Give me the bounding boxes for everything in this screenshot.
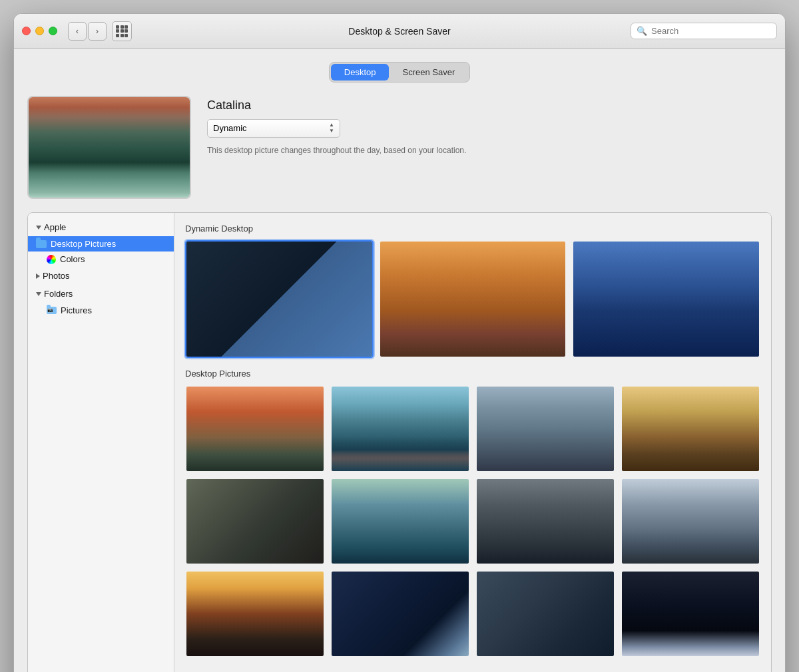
forward-button[interactable]: › — [88, 22, 107, 41]
mode-dropdown[interactable]: Dynamic ▲ ▼ — [207, 119, 340, 138]
dynamic-wallpaper-grid — [185, 240, 760, 358]
wallpaper-thumb-11[interactable] — [475, 570, 615, 657]
window-title: Desktop & Screen Saver — [348, 26, 450, 37]
wallpaper-thumb-catalina-dynamic[interactable] — [185, 240, 374, 358]
wallpaper-thumb-5[interactable] — [185, 478, 325, 565]
traffic-lights — [22, 27, 57, 35]
wallpaper-thumb-8[interactable] — [621, 478, 760, 565]
mode-stepper: ▲ ▼ — [329, 122, 334, 134]
wallpaper-thumb-3[interactable] — [475, 385, 615, 472]
folder-icon — [36, 240, 47, 248]
sidebar-section-photos[interactable]: Photos — [28, 267, 174, 285]
desktop-wallpaper-grid — [185, 385, 760, 658]
sidebar-section-folders[interactable]: Folders — [28, 285, 174, 303]
main-window: ‹ › Desktop & Screen Saver 🔍 Desktop Scr… — [13, 13, 786, 672]
wallpaper-thumb-6[interactable] — [330, 478, 470, 565]
search-input[interactable] — [651, 26, 771, 36]
tab-row: Desktop Screen Saver — [27, 62, 772, 83]
back-icon: ‹ — [76, 26, 79, 36]
photos-expand-icon — [36, 273, 40, 279]
search-bar: 🔍 — [631, 23, 777, 39]
sidebar-section-apple[interactable]: Apple — [28, 218, 174, 236]
wallpaper-thumb-2[interactable] — [330, 385, 470, 472]
titlebar: ‹ › Desktop & Screen Saver 🔍 — [14, 14, 785, 49]
bottom-section: Apple Desktop Pictures Colors Photos — [27, 212, 772, 672]
pictures-folder-icon: 📷 — [47, 307, 57, 314]
search-icon: 🔍 — [637, 26, 647, 36]
maximize-button[interactable] — [49, 27, 57, 35]
nav-buttons: ‹ › — [68, 22, 107, 41]
pictures-label: Pictures — [61, 305, 92, 315]
main-content: Desktop Screen Saver Catalina Dynamic ▲ … — [14, 49, 785, 672]
folders-expand-icon — [36, 292, 41, 296]
sidebar-apple-label: Apple — [44, 222, 66, 232]
top-section: Catalina Dynamic ▲ ▼ This desktop pictur… — [27, 96, 772, 199]
grid-icon — [116, 25, 128, 37]
dynamic-section-label: Dynamic Desktop — [185, 224, 760, 234]
colors-label: Colors — [60, 254, 85, 264]
desktop-section-label: Desktop Pictures — [185, 369, 760, 379]
sidebar-item-pictures[interactable]: 📷 Pictures — [28, 303, 174, 318]
grid-view-button[interactable] — [112, 21, 132, 41]
wallpaper-name: Catalina — [207, 98, 772, 112]
close-button[interactable] — [22, 27, 31, 35]
wallpaper-thumb-12[interactable] — [621, 570, 760, 657]
wallpaper-thumb-blue-dynamic[interactable] — [572, 240, 760, 358]
wallpaper-thumb-1[interactable] — [185, 385, 325, 472]
tab-desktop[interactable]: Desktop — [331, 64, 390, 81]
sidebar-item-desktop-pictures[interactable]: Desktop Pictures — [28, 236, 174, 252]
desktop-pictures-label: Desktop Pictures — [51, 239, 116, 249]
sidebar-folders-label: Folders — [44, 289, 73, 299]
wallpaper-description: This desktop picture changes throughout … — [207, 144, 487, 156]
mode-label: Dynamic — [213, 123, 247, 133]
tab-container: Desktop Screen Saver — [329, 62, 470, 83]
color-wheel-icon — [47, 255, 56, 264]
forward-icon: › — [96, 26, 99, 36]
sidebar-item-colors[interactable]: Colors — [28, 252, 174, 267]
minimize-button[interactable] — [35, 27, 44, 35]
wallpaper-thumb-mojave-dynamic[interactable] — [379, 240, 567, 358]
back-button[interactable]: ‹ — [68, 22, 87, 41]
mode-dropdown-row: Dynamic ▲ ▼ — [207, 119, 772, 138]
wallpaper-thumb-7[interactable] — [475, 478, 615, 565]
tab-screensaver[interactable]: Screen Saver — [389, 64, 468, 81]
apple-expand-icon — [36, 226, 41, 230]
sidebar: Apple Desktop Pictures Colors Photos — [28, 213, 174, 672]
wallpaper-thumb-10[interactable] — [330, 570, 470, 657]
settings-panel: Catalina Dynamic ▲ ▼ This desktop pictur… — [207, 96, 772, 156]
grid-area: Dynamic Desktop Desktop Pictures — [174, 213, 771, 672]
stepper-down-icon: ▼ — [329, 128, 334, 134]
sidebar-photos-label: Photos — [43, 271, 69, 281]
wallpaper-thumb-9[interactable] — [185, 570, 325, 657]
wallpaper-thumb-4[interactable] — [621, 385, 760, 472]
wallpaper-preview — [27, 96, 191, 199]
